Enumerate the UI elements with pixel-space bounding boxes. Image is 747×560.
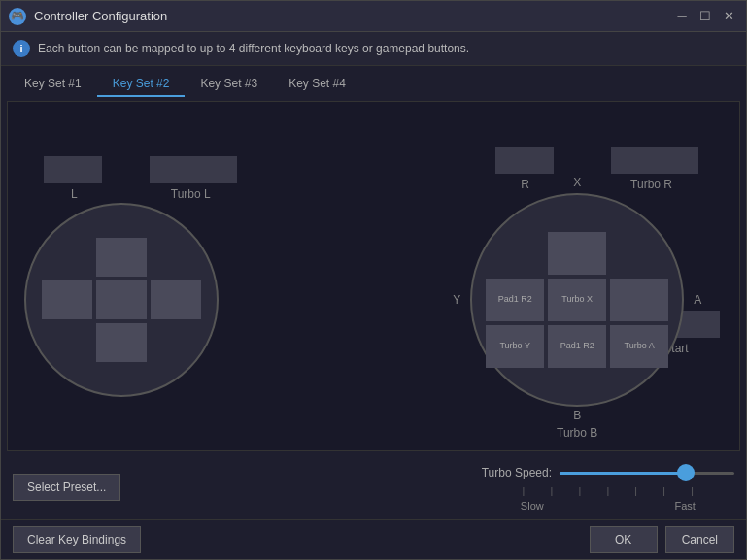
face-empty-tl	[486, 232, 544, 275]
action-bar: Clear Key Bindings OK Cancel	[1, 519, 746, 559]
r-label: R	[521, 178, 529, 191]
y-pad1r2-button[interactable]: Pad1 R2	[486, 279, 544, 321]
dpad-empty-bl	[42, 323, 92, 362]
dpad-empty-br	[151, 323, 201, 362]
a-button[interactable]	[610, 279, 668, 321]
dpad-empty-tl	[42, 238, 92, 277]
tab-keyset4[interactable]: Key Set #4	[273, 72, 361, 97]
turbo-a-button[interactable]: Turbo A	[610, 325, 668, 368]
dpad-empty-tr	[151, 238, 201, 277]
controller-area: L Turbo L	[7, 101, 740, 451]
turbo-l-button[interactable]	[150, 156, 237, 183]
window-title: Controller Configuration	[34, 9, 664, 23]
turbo-r-button[interactable]	[611, 147, 698, 174]
tab-keyset3[interactable]: Key Set #3	[185, 72, 273, 97]
turbo-ticks: | | | | | | |	[521, 486, 696, 496]
turbo-fill	[560, 472, 686, 475]
turbo-speed-label: Turbo Speed:	[482, 466, 552, 479]
turbo-b-label: Turbo B	[557, 426, 597, 440]
titlebar: 🎮 Controller Configuration ─ ☐ ✕	[1, 1, 746, 32]
b-pad1r2-label: Pad1 R2	[560, 341, 594, 351]
info-bar: i Each button can be mapped to up to 4 d…	[1, 32, 746, 66]
window-controls: ─ ☐ ✕	[672, 7, 738, 26]
turbo-slider-wrap	[560, 463, 734, 482]
turbo-y-label: Turbo Y	[499, 341, 530, 351]
turbo-x-label: Turbo X	[561, 294, 593, 305]
face-buttons-grid: Pad1 R2 Turbo X Turbo Y Pad1 R2	[486, 232, 668, 368]
turbo-minmax: Slow Fast	[521, 500, 696, 511]
y-label: Y	[453, 293, 460, 307]
dpad-center-button[interactable]	[96, 280, 147, 319]
controller-config-window: 🎮 Controller Configuration ─ ☐ ✕ i Each …	[0, 0, 747, 560]
slow-label: Slow	[521, 500, 544, 511]
right-controller: R Turbo R X Y A	[470, 147, 723, 407]
maximize-button[interactable]: ☐	[696, 7, 715, 26]
l-button[interactable]	[44, 156, 102, 183]
x-label: X	[573, 176, 581, 189]
dpad-buttons	[42, 238, 201, 362]
a-label: A	[694, 293, 701, 307]
dpad-left-button[interactable]	[42, 280, 92, 319]
dpad-right-button[interactable]	[151, 280, 201, 319]
turbo-a-label: Turbo A	[625, 341, 655, 351]
y-pad1r2-label: Pad1 R2	[498, 294, 532, 305]
right-shoulder-buttons	[470, 147, 723, 174]
turbo-l-label: Turbo L	[171, 187, 211, 201]
r-button[interactable]	[495, 147, 554, 174]
dpad-down-button[interactable]	[96, 323, 147, 362]
info-icon: i	[13, 40, 30, 57]
select-preset-button[interactable]: Select Preset...	[13, 474, 120, 501]
dpad-circle	[24, 203, 219, 397]
app-icon: 🎮	[9, 8, 26, 25]
b-label: B	[573, 409, 581, 422]
b-pad1r2-button[interactable]: Pad1 R2	[548, 325, 606, 368]
turbo-x-button[interactable]: Turbo X	[548, 279, 606, 321]
close-button[interactable]: ✕	[719, 7, 738, 26]
clear-key-bindings-button[interactable]: Clear Key Bindings	[13, 526, 141, 553]
bottom-bar: Select Preset... Turbo Speed: | | | | | …	[1, 455, 746, 519]
turbo-track	[560, 472, 734, 475]
tab-keyset2[interactable]: Key Set #2	[97, 72, 186, 97]
turbo-r-label: Turbo R	[630, 178, 672, 191]
left-shoulder-buttons	[24, 156, 257, 183]
x-button[interactable]	[548, 232, 606, 275]
face-empty-tr	[610, 232, 668, 275]
ok-button[interactable]: OK	[590, 526, 658, 553]
tab-bar: Key Set #1 Key Set #2 Key Set #3 Key Set…	[1, 66, 746, 97]
info-message: Each button can be mapped to up to 4 dif…	[38, 42, 469, 55]
dialog-actions: OK Cancel	[590, 526, 734, 553]
tab-keyset1[interactable]: Key Set #1	[9, 72, 97, 97]
face-circle: X Y A Pad1 R2	[470, 193, 684, 407]
turbo-speed-section: Turbo Speed: | | | | | | | Slow Fast	[482, 463, 734, 511]
cancel-button[interactable]: Cancel	[665, 526, 734, 553]
minimize-button[interactable]: ─	[672, 7, 692, 26]
fast-label: Fast	[674, 500, 695, 511]
l-label: L	[71, 187, 78, 201]
turbo-speed-row: Turbo Speed:	[482, 463, 734, 482]
left-controller: L Turbo L	[24, 156, 257, 397]
turbo-y-button[interactable]: Turbo Y	[486, 325, 544, 368]
turbo-thumb[interactable]	[677, 464, 695, 481]
dpad-up-button[interactable]	[96, 238, 147, 277]
